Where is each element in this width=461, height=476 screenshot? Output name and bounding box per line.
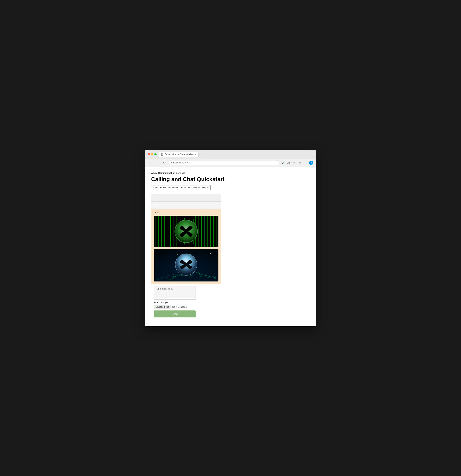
- svg-point-53: [177, 254, 178, 255]
- chat-input-area: Attach images: Choose Files No file chos…: [151, 284, 221, 319]
- message-mine: Hi: [151, 202, 221, 209]
- tab-bar: 📄 Communication Client - Calling × +: [159, 152, 313, 157]
- close-window-button[interactable]: [148, 153, 150, 155]
- choose-files-button[interactable]: Choose Files: [154, 305, 171, 309]
- split-screen-icon[interactable]: ⧉: [298, 161, 302, 165]
- address-bar: ‹ › ↻ ℹ localhost:8080 🎤 A↑ ☆ ⧉ ··· e: [145, 159, 316, 167]
- more-options-icon[interactable]: ···: [304, 161, 307, 165]
- lock-icon: ℹ: [171, 162, 172, 164]
- send-button[interactable]: Send: [154, 310, 196, 317]
- attach-label: Attach images:: [154, 301, 218, 304]
- svg-rect-39: [213, 216, 214, 247]
- back-button[interactable]: ‹: [148, 160, 153, 165]
- chat-header: C: [151, 194, 221, 202]
- read-aloud-icon[interactable]: A↑: [287, 161, 291, 165]
- tab-favicon: 📄: [161, 153, 163, 156]
- minimize-window-button[interactable]: [151, 153, 153, 155]
- xbox-image-1: [154, 216, 218, 247]
- refresh-button[interactable]: ↻: [162, 160, 166, 165]
- maximize-window-button[interactable]: [154, 153, 157, 155]
- svg-point-56: [216, 250, 216, 251]
- svg-rect-6: [163, 221, 163, 238]
- svg-rect-38: [212, 219, 212, 244]
- svg-point-58: [205, 255, 206, 255]
- message-theirs-text: hello: [154, 211, 218, 214]
- file-input-row: Choose Files No file chosen: [154, 305, 218, 309]
- message-input[interactable]: [154, 286, 196, 298]
- svg-rect-30: [200, 221, 200, 242]
- browser-window: 📄 Communication Client - Calling × + ‹ ›…: [145, 150, 316, 326]
- svg-rect-31: [201, 216, 202, 247]
- teams-url-input[interactable]: [151, 185, 211, 190]
- svg-rect-32: [203, 218, 203, 245]
- svg-rect-12: [172, 217, 172, 246]
- page-content: Azure Communication Services Calling and…: [145, 167, 316, 326]
- mic-icon[interactable]: 🎤: [281, 161, 285, 165]
- new-tab-button[interactable]: +: [199, 152, 203, 156]
- svg-point-54: [198, 252, 199, 252]
- svg-rect-1: [156, 216, 156, 247]
- svg-point-52: [168, 251, 169, 251]
- chat-messages: Hi hello: [151, 202, 221, 284]
- svg-rect-37: [210, 216, 211, 247]
- svg-rect-33: [204, 216, 205, 247]
- svg-rect-3: [158, 216, 159, 247]
- svg-rect-9: [168, 216, 168, 247]
- url-text: localhost:8080: [173, 161, 277, 164]
- svg-rect-5: [161, 216, 162, 247]
- input-divider: [154, 299, 196, 300]
- active-tab[interactable]: 📄 Communication Client - Calling ×: [159, 152, 199, 157]
- svg-rect-29: [198, 216, 199, 247]
- svg-point-57: [165, 256, 165, 256]
- message-mine-text: Hi: [154, 204, 156, 206]
- azure-label: Azure Communication Services: [151, 172, 310, 174]
- forward-button[interactable]: ›: [155, 160, 160, 165]
- chat-panel: C Hi hello: [151, 194, 221, 319]
- svg-rect-13: [174, 216, 174, 247]
- page-title: Calling and Chat Quickstart: [151, 176, 310, 182]
- edge-icon: e: [309, 161, 313, 165]
- svg-point-51: [160, 253, 160, 253]
- svg-rect-41: [217, 216, 217, 247]
- svg-rect-8: [166, 218, 166, 245]
- svg-point-55: [210, 253, 211, 254]
- svg-rect-2: [157, 219, 157, 244]
- svg-rect-35: [207, 216, 208, 247]
- tab-close-button[interactable]: ×: [195, 153, 196, 156]
- svg-rect-11: [170, 216, 171, 247]
- no-file-text: No file chosen: [172, 306, 187, 308]
- svg-rect-7: [164, 216, 165, 247]
- chat-header-text: C: [154, 196, 156, 199]
- favorites-icon[interactable]: ☆: [292, 161, 296, 165]
- url-bar[interactable]: ℹ localhost:8080: [169, 160, 279, 165]
- svg-rect-40: [215, 217, 215, 245]
- svg-rect-4: [160, 217, 160, 238]
- svg-rect-36: [209, 217, 209, 246]
- title-bar: 📄 Communication Client - Calling × +: [145, 150, 316, 159]
- address-actions: 🎤 A↑ ☆ ⧉ ··· e: [281, 161, 313, 165]
- traffic-lights: [148, 153, 157, 155]
- message-theirs: hello: [151, 209, 221, 284]
- xbox-image-2: [154, 249, 218, 281]
- svg-rect-10: [169, 220, 169, 243]
- svg-rect-34: [206, 220, 206, 243]
- tab-title: Communication Client - Calling: [165, 153, 194, 156]
